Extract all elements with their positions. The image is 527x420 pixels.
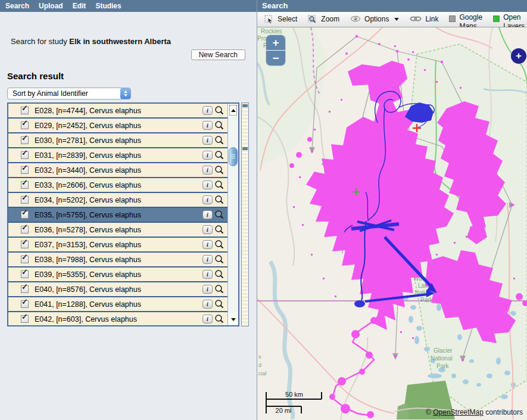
zoom-to-animal-button[interactable] <box>214 105 224 116</box>
info-icon: i <box>207 271 208 278</box>
zoom-to-animal-button[interactable] <box>214 239 224 250</box>
row-action-icons: i <box>202 254 227 265</box>
zoom-to-animal-button[interactable] <box>214 269 224 279</box>
zoom-to-animal-button[interactable] <box>214 120 224 130</box>
info-button[interactable]: i <box>202 181 213 189</box>
result-checkbox[interactable]: ✓ <box>21 181 29 189</box>
result-checkbox[interactable]: ✓ <box>21 151 29 159</box>
zoom-to-animal-button[interactable] <box>214 254 224 265</box>
menu-search[interactable]: Search <box>5 2 29 10</box>
scrollbar-down-button[interactable] <box>228 313 238 325</box>
select-tool-button[interactable]: Select <box>259 12 303 24</box>
info-button[interactable]: i <box>202 240 213 249</box>
info-button[interactable]: i <box>202 121 213 130</box>
info-button[interactable]: i <box>202 255 213 264</box>
result-row[interactable]: ✓ E032, [n=3440], Cervus elaphus i <box>8 163 227 178</box>
result-row[interactable]: ✓ E029, [n=2452], Cervus elaphus i <box>8 119 227 133</box>
scrollbar-thumb[interactable] <box>229 147 238 166</box>
zoom-to-animal-button[interactable] <box>214 135 224 145</box>
result-row[interactable]: ✓ E030, [n=2781], Cervus elaphus i <box>8 133 227 148</box>
result-row[interactable]: ✓ E033, [n=2606], Cervus elaphus i <box>8 178 227 193</box>
zoom-to-animal-button[interactable] <box>214 299 224 309</box>
zoom-to-animal-button[interactable] <box>214 284 224 294</box>
result-checkbox[interactable]: ✓ <box>21 300 29 308</box>
zoom-tool-button[interactable]: Zoom <box>303 12 345 24</box>
result-checkbox[interactable]: ✓ <box>21 256 29 263</box>
row-action-icons: i <box>202 165 227 175</box>
info-button[interactable]: i <box>202 166 213 175</box>
google-maps-button[interactable]: Google Maps <box>444 12 488 27</box>
zoom-to-animal-button[interactable] <box>214 195 224 205</box>
layer-switcher-button[interactable]: + <box>511 48 526 64</box>
info-button[interactable]: i <box>202 270 213 279</box>
result-label: E040, [n=8576], Cervus elaphus <box>35 285 141 294</box>
menu-studies[interactable]: Studies <box>95 2 121 10</box>
magnifier-icon <box>214 105 224 116</box>
info-button[interactable]: i <box>202 315 213 323</box>
result-checkbox[interactable]: ✓ <box>21 107 29 114</box>
result-row[interactable]: ✓ E028, [n=4744], Cervus elaphus i <box>8 104 227 119</box>
info-button[interactable]: i <box>202 106 213 115</box>
zoom-to-animal-button[interactable] <box>214 210 224 220</box>
map-toolbar: Select Zoom Options <box>257 12 527 27</box>
menu-upload[interactable]: Upload <box>39 2 63 10</box>
result-row[interactable]: ✓ E036, [n=5278], Cervus elaphus i <box>8 223 227 238</box>
zoom-to-animal-button[interactable] <box>214 314 224 324</box>
info-icon: i <box>207 316 208 322</box>
zoom-in-button[interactable]: + <box>266 35 285 50</box>
results-scrollbar[interactable] <box>227 104 238 325</box>
result-checkbox[interactable]: ✓ <box>21 241 29 248</box>
sort-dropdown[interactable]: Sort by Animal Identifier <box>7 88 131 99</box>
row-action-icons: i <box>202 150 227 160</box>
info-button[interactable]: i <box>202 300 213 309</box>
zoom-to-animal-button[interactable] <box>214 180 224 190</box>
result-row[interactable]: ✓ E037, [n=3153], Cervus elaphus i <box>8 238 227 253</box>
info-button[interactable]: i <box>202 285 213 294</box>
zoom-to-animal-button[interactable] <box>214 150 224 160</box>
map-viewport[interactable]: Rockies Provincial Park Waterton Lakes N… <box>257 27 527 420</box>
result-row[interactable]: ✓ E040, [n=8576], Cervus elaphus i <box>8 282 227 297</box>
menu-edit[interactable]: Edit <box>73 2 86 10</box>
info-icon: i <box>207 167 208 173</box>
open-layers-button[interactable]: Open Layers <box>488 12 527 27</box>
results-overview-strip[interactable] <box>241 102 249 326</box>
magnifier-icon <box>214 195 224 205</box>
result-checkbox[interactable]: ✓ <box>21 226 29 234</box>
result-checkbox[interactable]: ✓ <box>21 166 29 174</box>
info-button[interactable]: i <box>202 195 213 204</box>
result-row[interactable]: ✓ E038, [n=7988], Cervus elaphus i <box>8 253 227 267</box>
result-checkbox[interactable]: ✓ <box>21 122 29 129</box>
new-search-button[interactable]: New Search <box>191 49 245 60</box>
result-checkbox[interactable]: ✓ <box>21 136 29 144</box>
magnifier-icon <box>214 299 224 309</box>
options-button[interactable]: Options <box>345 12 404 23</box>
search-panel: Search Upload Edit Studies Search for st… <box>0 0 257 420</box>
result-checkbox[interactable]: ✓ <box>21 196 29 204</box>
info-button[interactable]: i <box>202 210 213 219</box>
link-button[interactable]: Link <box>404 12 444 23</box>
zoom-label: Zoom <box>321 15 339 23</box>
result-row[interactable]: ✓ E039, [n=5355], Cervus elaphus i <box>8 267 227 282</box>
zoom-to-animal-button[interactable] <box>214 225 224 235</box>
info-button[interactable]: i <box>202 225 213 234</box>
result-row[interactable]: ✓ E042, [n=603], Cervus elaphus i <box>8 312 227 325</box>
info-button[interactable]: i <box>202 136 213 145</box>
result-row[interactable]: ✓ E031, [n=2839], Cervus elaphus i <box>8 148 227 163</box>
zoom-to-animal-button[interactable] <box>214 165 224 175</box>
map-canvas[interactable]: Rockies Provincial Park Waterton Lakes N… <box>257 27 527 419</box>
info-button[interactable]: i <box>202 151 213 160</box>
result-row[interactable]: ✓ E041, [n=1288], Cervus elaphus i <box>8 297 227 312</box>
row-action-icons: i <box>202 284 227 294</box>
link-icon <box>410 15 422 23</box>
zoom-out-button[interactable]: − <box>266 51 285 66</box>
row-action-icons: i <box>202 135 227 145</box>
result-checkbox[interactable]: ✓ <box>21 285 29 293</box>
result-checkbox[interactable]: ✓ <box>21 315 29 323</box>
openstreetmap-link[interactable]: OpenStreetMap <box>433 408 484 416</box>
sort-dropdown-value: Sort by Animal Identifier <box>13 89 88 98</box>
result-checkbox[interactable]: ✓ <box>21 211 29 219</box>
result-checkbox[interactable]: ✓ <box>21 270 29 278</box>
result-row[interactable]: ✓ E035, [n=5755], Cervus elaphus i <box>8 208 227 223</box>
result-row[interactable]: ✓ E034, [n=5202], Cervus elaphus i <box>8 193 227 208</box>
scrollbar-up-button[interactable] <box>228 104 238 117</box>
